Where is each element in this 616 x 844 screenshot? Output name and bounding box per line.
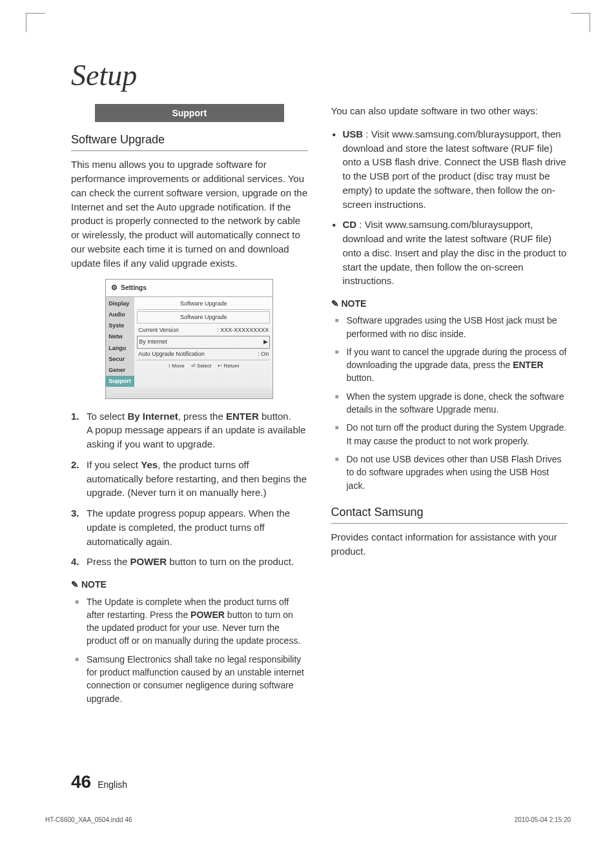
sidebar-item: Gener bbox=[106, 365, 134, 376]
note-item: Do not use USB devices other than USB Fl… bbox=[331, 453, 568, 492]
row-value: : XXX-XXXXXXXXX bbox=[217, 326, 269, 335]
left-column: Support Software Upgrade This menu allow… bbox=[71, 104, 308, 710]
step-4: 4. Press the POWER button to turn on the… bbox=[71, 555, 308, 569]
settings-row-auto: Auto Upgrade Notification : On bbox=[137, 349, 270, 360]
step-1: 1. To select By Internet, press the ENTE… bbox=[71, 409, 308, 451]
note-heading: NOTE bbox=[331, 297, 568, 310]
note-item: When the system upgrade is done, check t… bbox=[331, 390, 568, 417]
notes-list-left: The Update is complete when the product … bbox=[71, 595, 308, 705]
sidebar-item: Langu bbox=[106, 343, 134, 354]
step-text: If you select Yes, the product turns off… bbox=[87, 458, 308, 500]
row-label: Current Version bbox=[138, 326, 179, 335]
page-footer: 46 English bbox=[71, 772, 127, 792]
settings-sidebar: Display Audio Syste Netw Langu Secur Gen… bbox=[106, 297, 134, 386]
settings-row-internet: By Internet ▶ bbox=[137, 336, 270, 348]
step-text: Press the POWER button to turn on the pr… bbox=[87, 555, 308, 569]
settings-sub-header: Software Upgrade bbox=[137, 311, 270, 324]
row-value: : On bbox=[258, 350, 269, 358]
sidebar-item: Syste bbox=[106, 320, 134, 331]
sidebar-item: Display bbox=[106, 298, 134, 309]
step-text: To select By Internet, press the ENTER b… bbox=[87, 409, 308, 451]
section-title: Setup bbox=[71, 58, 568, 92]
row-label: By Internet bbox=[139, 338, 167, 346]
note-item: Software upgrades using the USB Host jac… bbox=[331, 314, 568, 340]
settings-screenshot: Settings Display Audio Syste Netw Langu … bbox=[105, 279, 273, 398]
heading-contact-samsung: Contact Samsung bbox=[331, 504, 568, 524]
intro-text: This menu allows you to upgrade software… bbox=[71, 158, 308, 270]
footer-return: ↩ Return bbox=[218, 362, 239, 370]
row-label: Auto Upgrade Notification bbox=[138, 350, 205, 358]
right-column: You can also update software in two othe… bbox=[331, 104, 568, 710]
heading-software-upgrade: Software Upgrade bbox=[71, 131, 308, 151]
notes-list-right: Software upgrades using the USB Host jac… bbox=[331, 314, 568, 492]
page-number: 46 bbox=[71, 772, 91, 792]
build-timestamp: 2010-05-04 2:15:20 bbox=[515, 816, 571, 823]
pen-icon bbox=[71, 578, 79, 591]
note-heading: NOTE bbox=[71, 578, 308, 591]
gear-icon bbox=[111, 283, 118, 293]
settings-bottom-bar bbox=[106, 387, 272, 398]
indd-filename: HT-C6600_XAA_0504.indd 46 bbox=[45, 816, 132, 823]
bullet-cd: CD : Visit www.samsung.com/bluraysupport… bbox=[331, 218, 568, 288]
support-bar: Support bbox=[95, 104, 284, 122]
sidebar-item: Audio bbox=[106, 309, 134, 320]
footer-move: ↕ Move bbox=[168, 362, 185, 370]
settings-main: Software Upgrade Software Upgrade Curren… bbox=[134, 297, 272, 386]
footer-select: ⏎ Select bbox=[191, 362, 211, 370]
note-item: The Update is complete when the product … bbox=[71, 595, 308, 648]
step-text: The update progress popup appears. When … bbox=[87, 506, 308, 548]
update-methods: USB : Visit www.samsung.com/bluraysuppor… bbox=[331, 127, 568, 288]
step-3: 3. The update progress popup appears. Wh… bbox=[71, 506, 308, 548]
sidebar-item: Secur bbox=[106, 354, 134, 365]
pen-icon bbox=[331, 297, 339, 310]
crop-mark-tr bbox=[571, 13, 590, 32]
sidebar-item: Netw bbox=[106, 331, 134, 342]
step-num: 1. bbox=[71, 409, 83, 451]
step-num: 4. bbox=[71, 555, 83, 569]
contact-text: Provides contact information for assista… bbox=[331, 530, 568, 559]
step-2: 2. If you select Yes, the product turns … bbox=[71, 458, 308, 500]
settings-title: Settings bbox=[121, 283, 146, 293]
page-language: English bbox=[98, 779, 127, 790]
note-label: NOTE bbox=[81, 578, 107, 591]
sidebar-item-active: Support bbox=[106, 376, 134, 387]
right-intro: You can also update software in two othe… bbox=[331, 104, 568, 118]
page-content: Setup Support Software Upgrade This menu… bbox=[0, 0, 616, 749]
note-item: Do not turn off the product during the S… bbox=[331, 421, 568, 448]
settings-main-header: Software Upgrade bbox=[137, 298, 270, 310]
settings-footer: ↕ Move ⏎ Select ↩ Return bbox=[137, 360, 270, 372]
note-item: If you want to cancel the upgrade during… bbox=[331, 345, 568, 385]
settings-row-version: Current Version : XXX-XXXXXXXXX bbox=[137, 325, 270, 336]
arrow-right-icon: ▶ bbox=[263, 338, 268, 346]
steps-list: 1. To select By Internet, press the ENTE… bbox=[71, 409, 308, 570]
step-num: 3. bbox=[71, 506, 83, 548]
step-num: 2. bbox=[71, 458, 83, 500]
note-label: NOTE bbox=[342, 297, 367, 310]
crop-mark-tl bbox=[26, 13, 45, 32]
settings-header: Settings bbox=[106, 280, 272, 296]
note-item: Samsung Electronics shall take no legal … bbox=[71, 653, 308, 705]
bullet-usb: USB : Visit www.samsung.com/bluraysuppor… bbox=[331, 127, 568, 212]
